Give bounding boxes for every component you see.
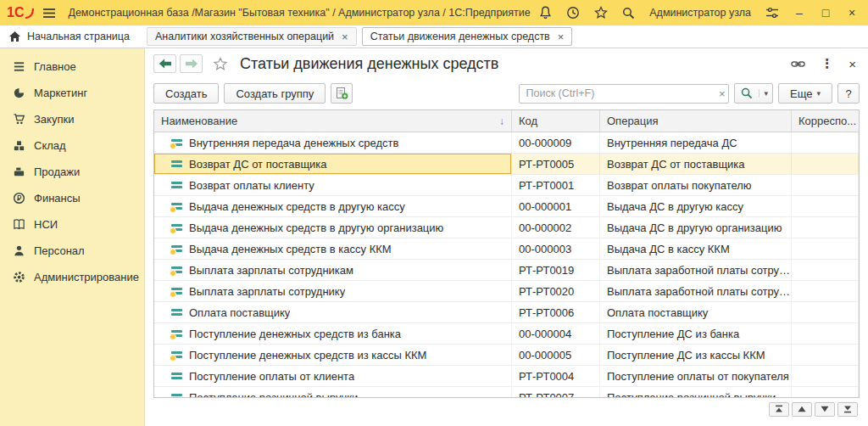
search-button[interactable]: ▾: [734, 83, 773, 104]
table-row[interactable]: Поступление денежных средств из кассы КК…: [154, 345, 859, 366]
cell-correspondence: [792, 196, 859, 216]
search-input[interactable]: [519, 84, 729, 104]
scroll-bottom-icon: [843, 405, 852, 413]
cell-code: РТ-РТ0001: [512, 175, 600, 195]
close-window-button[interactable]: ×: [846, 7, 858, 19]
tab-home[interactable]: Начальная страница: [0, 25, 142, 48]
table-row[interactable]: Выдача денежных средств в кассу ККМ00-00…: [154, 238, 859, 260]
table-header: Наименование ↓ Код Операция Корреспо...: [154, 110, 859, 132]
scroll-to-top-button[interactable]: [769, 402, 789, 417]
warehouse-icon: [12, 139, 25, 152]
sidebar-item-main[interactable]: Главное: [0, 53, 144, 80]
cell-name: Возврат ДС от поставщика: [154, 154, 512, 174]
table-row[interactable]: Оплата поставщикуРТ-РТ0006Оплата поставщ…: [154, 302, 859, 323]
history-icon[interactable]: [566, 6, 580, 20]
main-menu-icon[interactable]: [42, 8, 56, 19]
column-header-name[interactable]: Наименование ↓: [154, 110, 512, 132]
cell-code: РТ-РТ0004: [512, 366, 600, 386]
create-button[interactable]: Создать: [153, 83, 219, 104]
titlebar: 1С Демонстрационная база /Магазин "Бытов…: [0, 0, 868, 25]
scroll-top-icon: [775, 405, 783, 413]
sidebar-item-label: Персонал: [34, 244, 85, 257]
create-group-button[interactable]: Создать группу: [224, 83, 326, 104]
sales-icon: [12, 165, 25, 178]
search-field-wrap: ×: [519, 84, 729, 104]
page-title: Статьи движения денежных средств: [240, 55, 498, 73]
home-tab-label: Начальная страница: [27, 31, 130, 42]
table-row[interactable]: Возврат ДС от поставщикаРТ-РТ0005Возврат…: [154, 154, 859, 175]
titlebar-actions: Администратор узла – □ ×: [539, 6, 868, 20]
home-icon: [8, 31, 21, 42]
table-row[interactable]: Поступление денежных средств из банка00-…: [154, 323, 859, 345]
help-button[interactable]: ?: [837, 83, 860, 104]
cell-correspondence: [792, 281, 859, 301]
search-options-caret-icon[interactable]: ▾: [759, 89, 772, 98]
sidebar-item-nsi[interactable]: НСИ: [0, 211, 144, 238]
tabbar-tabs: Аналитики хозяйственных операций×Статьи …: [142, 25, 572, 48]
list-toolbar: Создать Создать группу × ▾ Еще ▾: [145, 79, 868, 108]
column-header-code[interactable]: Код: [512, 110, 600, 132]
clear-search-icon[interactable]: ×: [719, 88, 726, 99]
link-icon[interactable]: [791, 59, 805, 69]
cell-correspondence: [792, 238, 859, 259]
tab-close-icon[interactable]: ×: [342, 31, 348, 43]
cell-correspondence: [792, 175, 859, 195]
catalog-item-icon: [171, 181, 183, 190]
scroll-up-icon: [798, 406, 806, 412]
more-caret-icon: ▾: [816, 89, 821, 98]
cell-name: Выдача денежных средств в другую организ…: [154, 217, 512, 238]
sidebar-item-admin[interactable]: Администрирование: [0, 264, 144, 290]
sidebar-item-marketing[interactable]: Маркетинг: [0, 80, 144, 106]
global-search-icon[interactable]: [622, 7, 635, 20]
tab-1[interactable]: Аналитики хозяйственных операций×: [147, 27, 357, 46]
logo-swoosh-icon: [25, 7, 34, 20]
cell-name: Внутренняя передача денежных средств: [154, 132, 512, 153]
cell-name: Выдача денежных средств в другую кассу: [154, 196, 512, 216]
cell-operation: Выплата заработной платы сотру…: [600, 260, 792, 280]
favorites-star-icon[interactable]: [594, 6, 608, 20]
scroll-to-bottom-button[interactable]: [837, 402, 858, 417]
more-button[interactable]: Еще ▾: [778, 83, 832, 104]
sidebar-item-purchases[interactable]: Закупки: [0, 106, 144, 132]
back-arrow-icon: [159, 59, 172, 69]
table-row[interactable]: Возврат оплаты клиентуРТ-РТ0001Возврат о…: [154, 175, 859, 196]
content-panel: Статьи движения денежных средств ⋮ × Соз…: [144, 48, 868, 426]
scroll-down-button[interactable]: [815, 402, 835, 417]
main-icon: [12, 60, 25, 73]
tab-close-icon[interactable]: ×: [558, 31, 565, 43]
sidebar-item-label: Склад: [34, 139, 66, 152]
forward-arrow-icon: [185, 59, 198, 69]
table-row[interactable]: Внутренняя передача денежных средств00-0…: [154, 132, 859, 154]
sidebar-item-finance[interactable]: Финансы: [0, 185, 144, 211]
column-header-correspondence[interactable]: Корреспо...: [792, 110, 860, 132]
table-row[interactable]: Поступление оплаты от клиентаРТ-РТ0004По…: [154, 366, 859, 387]
create-by-copy-button[interactable]: [331, 83, 353, 104]
table-row[interactable]: Выдача денежных средств в другую организ…: [154, 217, 859, 238]
table-row[interactable]: Выплата зарплаты сотрудникамРТ-РТ0019Вып…: [154, 260, 859, 281]
sidebar-item-warehouse[interactable]: Склад: [0, 132, 144, 159]
table-row[interactable]: Поступление розничной выручкиРТ-РТ0007По…: [154, 387, 859, 398]
table-row[interactable]: Выдача денежных средств в другую кассу00…: [154, 196, 859, 217]
notifications-bell-icon[interactable]: [539, 6, 552, 20]
sidebar-item-sales[interactable]: Продажи: [0, 159, 144, 185]
settings-icon[interactable]: [765, 7, 779, 19]
catalog-item-icon: [171, 160, 183, 169]
current-user-label[interactable]: Администратор узла: [649, 7, 751, 19]
column-header-operation[interactable]: Операция: [600, 110, 792, 132]
catalog-item-icon: [171, 372, 183, 381]
more-menu-icon[interactable]: ⋮: [821, 56, 833, 71]
cell-correspondence: [792, 154, 859, 174]
sidebar-item-staff[interactable]: Персонал: [0, 238, 144, 264]
favorite-star-icon[interactable]: [213, 57, 228, 71]
cell-code: 00-000004: [512, 323, 600, 344]
tab-2[interactable]: Статьи движения денежных средств×: [362, 27, 573, 46]
close-form-button[interactable]: ×: [849, 57, 856, 71]
form-header: Статьи движения денежных средств ⋮ ×: [145, 48, 868, 79]
maximize-button[interactable]: □: [820, 7, 832, 19]
table-row[interactable]: Выплата зарплаты сотрудникуРТ-РТ0020Выпл…: [154, 281, 859, 302]
minimize-button[interactable]: –: [793, 7, 805, 19]
scroll-up-button[interactable]: [792, 402, 812, 417]
forward-button[interactable]: [180, 54, 203, 73]
back-button[interactable]: [153, 54, 176, 73]
cell-operation: Выдача ДС в другую организацию: [600, 217, 792, 238]
